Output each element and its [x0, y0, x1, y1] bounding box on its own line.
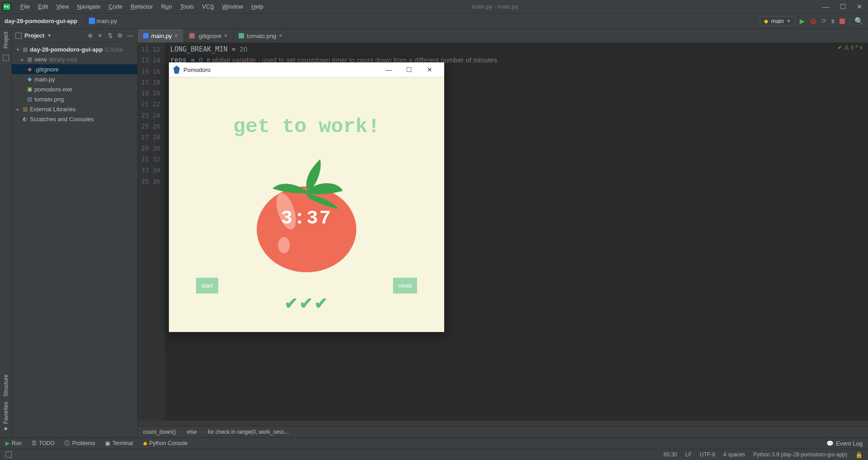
- search-everywhere-button[interactable]: 🔍: [854, 17, 863, 25]
- caret-position[interactable]: 85:30: [663, 451, 677, 458]
- popup-title: Pomodoro: [183, 66, 211, 73]
- project-view-icon[interactable]: [15, 33, 22, 39]
- svg-point-0: [257, 186, 356, 272]
- path-breadcrumb: day-28-pomodoro-gui-app 〉 main.py: [5, 17, 117, 25]
- chevron-down-icon[interactable]: ▼: [47, 33, 52, 38]
- folder-icon: ▦: [21, 46, 29, 52]
- run-config-dropdown[interactable]: ◆ main ▼: [760, 16, 795, 26]
- indent-setting[interactable]: 4 spaces: [724, 451, 745, 458]
- expand-toggle-icon[interactable]: ▸: [14, 107, 21, 112]
- tree-file-exe[interactable]: ▣ pomodoro.exe: [12, 84, 137, 94]
- chevron-down-icon: ▼: [786, 19, 791, 24]
- python-icon: ◆: [764, 18, 768, 24]
- hide-panel-icon[interactable]: —: [126, 32, 134, 39]
- menu-file[interactable]: File: [16, 3, 34, 10]
- tool-terminal[interactable]: ▣Terminal: [105, 440, 133, 446]
- crumb-for[interactable]: for check in range(0, work_sess...: [208, 429, 289, 435]
- editor-tabs: main.py × .gitignore × tomato.png ×: [138, 29, 868, 43]
- project-panel-title[interactable]: Project: [24, 32, 44, 39]
- settings-gear-icon[interactable]: ⚙: [116, 32, 124, 39]
- tool-window-toggle-icon[interactable]: [5, 451, 12, 458]
- ide-minimize-icon[interactable]: —: [822, 3, 829, 11]
- menu-code[interactable]: Code: [105, 3, 127, 10]
- chevron-down-icon[interactable]: v: [860, 44, 863, 51]
- window-title: main.py - main.py: [168, 3, 822, 10]
- start-button[interactable]: start: [196, 278, 218, 294]
- speech-bubble-icon: 💬: [826, 440, 834, 447]
- ide-close-icon[interactable]: ✕: [857, 3, 863, 11]
- image-file-icon: [239, 33, 244, 38]
- crumb-file[interactable]: main.py: [89, 18, 117, 24]
- tab-gitignore[interactable]: .gitignore ×: [184, 29, 234, 43]
- tool-run[interactable]: ▶Run: [5, 440, 22, 446]
- timer-text: 3:37: [281, 208, 332, 229]
- tree-scratches[interactable]: ◐ Scratches and Consoles: [12, 114, 137, 124]
- project-panel-header: Project ▼ ⊕ ≡ ⇅ ⚙ —: [12, 29, 137, 43]
- readonly-lock-icon[interactable]: 🔒: [855, 451, 863, 458]
- run-button[interactable]: ▶: [800, 17, 805, 25]
- profile-button[interactable]: ⧗: [831, 18, 835, 25]
- line-ending[interactable]: LF: [686, 451, 692, 458]
- tab-tomato[interactable]: tomato.png ×: [233, 29, 288, 43]
- stop-button[interactable]: [839, 19, 845, 24]
- popup-maximize-button[interactable]: ☐: [399, 66, 419, 73]
- tool-problems[interactable]: ⓘProblems: [64, 440, 95, 447]
- expand-toggle-icon[interactable]: ▾: [14, 47, 21, 52]
- menu-navigate[interactable]: Navigate: [73, 3, 104, 10]
- sidebar-icon[interactable]: [3, 55, 9, 61]
- event-log[interactable]: 💬Event Log: [826, 440, 863, 447]
- sidebar-tab-favorites[interactable]: ★ Favorites: [3, 402, 9, 432]
- expand-all-icon[interactable]: ≡: [96, 32, 104, 39]
- popup-minimize-button[interactable]: —: [379, 66, 399, 73]
- menu-view[interactable]: View: [52, 3, 73, 10]
- inspection-badge[interactable]: ✔ ⚠ 6 ^ v: [838, 44, 863, 51]
- close-icon[interactable]: ×: [175, 33, 178, 39]
- debug-button[interactable]: 🐞: [810, 18, 817, 24]
- tree-file-png[interactable]: ▤ tomato.png: [12, 94, 137, 104]
- tool-todo[interactable]: ☰TODO: [32, 440, 54, 446]
- check-icon: ✔: [838, 44, 842, 51]
- close-icon[interactable]: ×: [279, 33, 282, 39]
- horizontal-scrollbar[interactable]: [138, 421, 868, 426]
- close-icon[interactable]: ×: [224, 33, 227, 39]
- crumb-fn[interactable]: count_down(): [143, 429, 176, 435]
- todo-icon: ☰: [32, 440, 37, 446]
- python-file-icon: [89, 18, 95, 24]
- tab-main[interactable]: main.py ×: [138, 29, 184, 43]
- svg-point-2: [278, 237, 290, 253]
- crumb-else[interactable]: else: [187, 429, 197, 435]
- tree-file-gitignore[interactable]: ◆ .gitignore: [12, 64, 137, 74]
- chevron-up-icon[interactable]: ^: [855, 44, 858, 51]
- popup-titlebar[interactable]: Pomodoro — ☐ ✕: [169, 62, 444, 77]
- session-check-marks: ✔✔✔: [169, 294, 444, 313]
- ide-titlebar: PC File Edit View Navigate Code Refactor…: [0, 0, 868, 14]
- expand-toggle-icon[interactable]: ▸: [19, 57, 25, 62]
- library-icon: ▥: [21, 106, 29, 112]
- tk-feather-icon: [173, 66, 180, 74]
- sidebar-tab-project[interactable]: Project: [3, 32, 9, 48]
- menu-edit[interactable]: Edit: [34, 3, 52, 10]
- code-breadcrumb: count_down() 〉 else 〉 for check in range…: [138, 426, 868, 437]
- ide-navbar: day-28-pomodoro-gui-app 〉 main.py ◆ main…: [0, 14, 868, 29]
- collapse-all-icon[interactable]: ⇅: [106, 32, 114, 39]
- menu-refactor[interactable]: Refactor: [127, 3, 157, 10]
- tree-root[interactable]: ▾ ▦ day-28-pomodoro-gui-app C:\Use: [12, 44, 137, 54]
- select-opened-file-icon[interactable]: ⊕: [86, 32, 94, 39]
- crumb-project[interactable]: day-28-pomodoro-gui-app: [5, 18, 77, 24]
- sidebar-tab-structure[interactable]: Structure: [3, 375, 9, 397]
- tool-python-console[interactable]: ◆Python Console: [143, 440, 188, 446]
- run-coverage-button[interactable]: ⟳: [821, 18, 826, 24]
- tree-file-main[interactable]: ◆ main.py: [12, 74, 137, 84]
- tree-venv[interactable]: ▸ ▦ venv library root: [12, 54, 137, 64]
- python-interpreter[interactable]: Python 3.9 (day-28-pomodoro-gui-app): [753, 451, 847, 458]
- project-panel: Project ▼ ⊕ ≡ ⇅ ⚙ — ▾ ▦ day-28-pomodoro-…: [12, 29, 138, 437]
- image-file-icon: ▤: [25, 96, 34, 102]
- problems-icon: ⓘ: [64, 440, 70, 447]
- git-file-icon: [189, 33, 195, 38]
- popup-close-button[interactable]: ✕: [419, 66, 440, 73]
- popup-body: get to work! 3:37 start reset ✔✔✔: [169, 77, 444, 332]
- tree-external-libs[interactable]: ▸ ▥ External Libraries: [12, 104, 137, 114]
- file-encoding[interactable]: UTF-8: [700, 451, 715, 458]
- reset-button[interactable]: reset: [393, 278, 417, 294]
- ide-maximize-icon[interactable]: ☐: [840, 3, 846, 11]
